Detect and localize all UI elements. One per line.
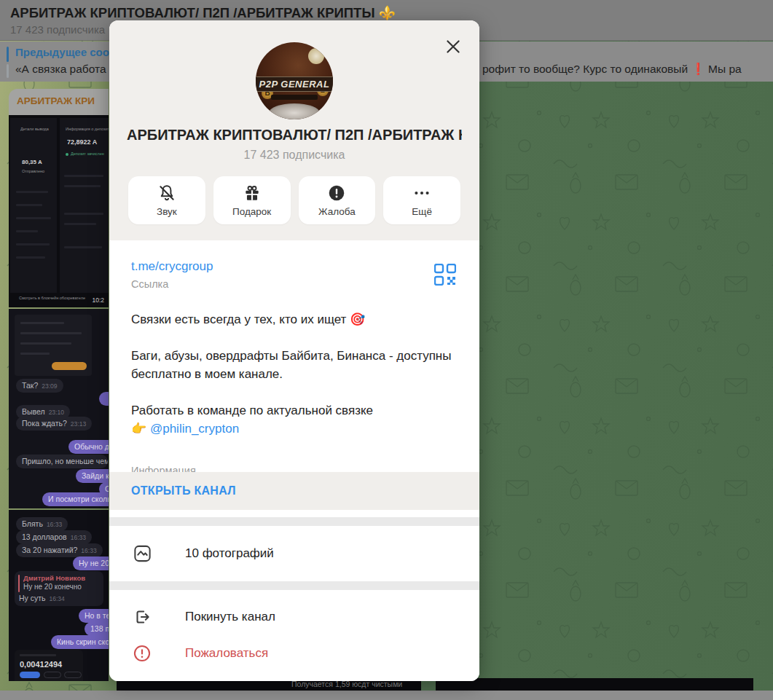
- channel-description: Связки есть всегда у тех, кто их ищет 🎯 …: [131, 310, 459, 438]
- description-text: Связки есть всегда у тех, кто их ищет: [131, 312, 350, 326]
- pinned-text: рофит то вообще? Курс то одинаковый: [482, 63, 691, 75]
- gift-button[interactable]: Подарок: [213, 176, 291, 224]
- link-label: Ссылка: [131, 278, 168, 290]
- mute-label: Звук: [157, 206, 177, 217]
- pinned-text-left: «А связка работа: [15, 63, 106, 76]
- chat-photo-attachment: [436, 678, 753, 691]
- profile-subscribers: 17 423 подписчика: [109, 149, 479, 162]
- bg-message-bubble: Так?23:09: [16, 379, 63, 393]
- quote-author: Дмитрий Новиков: [23, 574, 85, 582]
- chat-title-text: АРБИТРАЖ КРИПТОВАЛЮТ/ П2П /АРБИТРАЖ КРИП…: [10, 5, 375, 20]
- report-channel-button[interactable]: Пожаловаться: [109, 635, 479, 672]
- chat-message-column: АРБИТРАЖ КРИ Детали вывода 80,35 A Отпра…: [9, 87, 109, 681]
- channel-avatar[interactable]: B B P2P GENERAL: [256, 42, 333, 119]
- bg-message-bubble: Пришло, но меньше чем было23:16: [16, 455, 108, 468]
- chat-photo-attachment[interactable]: Детали вывода 80,35 A Отправлено Информа…: [9, 115, 109, 307]
- photo-text: Отправлено: [22, 169, 44, 173]
- sender-name: АРБИТРАЖ КРИ: [17, 95, 95, 106]
- qr-code-icon[interactable]: [434, 264, 456, 286]
- description-text: Баги, абузы, овердрафты Байбита, Бинанса…: [131, 347, 459, 383]
- profile-actions-row: Звук Подарок: [128, 176, 460, 224]
- blue-button: [20, 672, 40, 678]
- close-button[interactable]: [442, 35, 465, 58]
- leave-icon: [133, 607, 152, 626]
- photos-label: 10 фотографий: [185, 546, 274, 561]
- photo-text: Информация о депозите: [66, 127, 109, 131]
- dart-emoji: 🎯: [350, 312, 365, 326]
- photo-text: Детали вывода: [20, 127, 49, 131]
- close-icon: [444, 37, 463, 56]
- exchange-screenshot: 0,00412494: [15, 650, 83, 681]
- photo-text: Смотреть в блокчейн обозревателе: [19, 296, 85, 300]
- bg-message-bubble: Но в теори: [79, 609, 109, 623]
- pinned-text: Мы ра: [705, 63, 742, 75]
- gift-icon: [243, 184, 262, 202]
- profile-title: АРБИТРАЖ КРИПТОВАЛЮТ/ П2П /АРБИТРАЖ КР..…: [127, 127, 462, 143]
- coin-pile: [269, 103, 320, 119]
- avatar-caption: [271, 95, 318, 100]
- channel-link[interactable]: t.me/crycgroup: [131, 259, 213, 274]
- chat-subscribers-count: 17 423 подписчика: [10, 23, 105, 36]
- pointing-hand-emoji: 👉: [131, 422, 150, 436]
- report-exclamation-icon: [133, 644, 152, 663]
- chat-photo-attachment[interactable]: Так?23:09 Вывел23:10 Пока ждать?23:13 Об…: [9, 309, 109, 508]
- photo-text: 0,00412494: [20, 660, 62, 669]
- pinned-text-right: рофит то вообще? Курс то одинаковый ❗ Мы…: [482, 63, 742, 76]
- channel-profile-modal: B B P2P GENERAL АРБИТРАЖ КРИПТОВАЛЮТ/ П2…: [109, 20, 479, 681]
- chat-photo-attachment[interactable]: Блять16:33 13 долларов16:33 За 20 нажати…: [9, 510, 109, 681]
- pinned-indicator-segment: [7, 64, 9, 78]
- report-label: Жалоба: [318, 206, 356, 217]
- photo-timestamp: 10:2: [92, 296, 104, 304]
- leave-label: Покинуть канал: [185, 610, 275, 624]
- fleur-de-lis-emoji: ⚜️: [379, 5, 396, 20]
- section-divider: [109, 517, 479, 526]
- report-button[interactable]: Жалоба: [299, 176, 376, 224]
- bg-message-bubble: И посмотри сколько приш: [42, 492, 109, 506]
- photos-icon: [133, 544, 152, 564]
- description-text: Работать в команде по актуальной связке: [131, 401, 459, 420]
- bg-message-bubble: Зайди коше: [76, 469, 109, 483]
- bg-message-bubble: 138 профи: [85, 622, 109, 636]
- photo-text: 72,8922 A: [67, 138, 97, 146]
- profile-header-section: B B P2P GENERAL АРБИТРАЖ КРИПТОВАЛЮТ/ П2…: [109, 20, 479, 240]
- bg-message-bubble: Кинь скрин сколько приш: [51, 635, 109, 649]
- more-label: Ещё: [412, 206, 432, 217]
- avatar-plaque-text: P2P GENERAL: [256, 76, 333, 92]
- profile-info-section: t.me/crycgroup Ссылка Связки есть всегда…: [109, 240, 479, 510]
- bg-message-bubble: Блять16:33: [16, 517, 68, 531]
- message-bubble: АРБИТРАЖ КРИ: [9, 89, 109, 115]
- bg-message-bubble: За 20 нажатий?16:33: [16, 543, 103, 557]
- quote-text: Ну не 20 конечно: [23, 583, 82, 591]
- profile-actions-section: Покинуть канал Пожаловаться: [109, 590, 479, 681]
- bg-message-bubble: [99, 392, 109, 406]
- reply-quote-bubble: Дмитрий Новиков Ну не 20 конечно Ну суть…: [15, 571, 103, 606]
- shared-photos-row[interactable]: 10 фотографий: [109, 526, 479, 581]
- mute-button[interactable]: Звук: [128, 176, 205, 224]
- photo-text: 80,35 A: [22, 159, 42, 165]
- bg-message-bubble: 13 долларов16:33: [16, 530, 92, 544]
- report-channel-label: Пожаловаться: [185, 646, 268, 661]
- orange-button: [52, 362, 87, 370]
- message-input-bar[interactable]: [0, 691, 773, 700]
- mention-link[interactable]: @philin_crypton: [150, 422, 239, 436]
- report-icon: [327, 184, 346, 202]
- telegram-window: АРБИТРАЖ КРИПТОВАЛЮТ/ П2П /АРБИТРАЖ КРИП…: [0, 0, 773, 700]
- bell-slash-icon: [157, 184, 176, 202]
- more-button[interactable]: Ещё: [383, 176, 460, 224]
- exclamation-emoji: ❗: [691, 63, 705, 75]
- bg-message-bubble: Пока ждать?23:13: [16, 417, 92, 430]
- chat-title: АРБИТРАЖ КРИПТОВАЛЮТ/ П2П /АРБИТРАЖ КРИП…: [10, 5, 396, 21]
- bg-message-bubble: Обычно до 10 м: [68, 440, 109, 454]
- open-channel-button[interactable]: ОТКРЫТЬ КАНАЛ: [109, 472, 479, 510]
- pinned-indicator-segment: [7, 47, 9, 62]
- photo-text: Депозит зачислен: [71, 152, 104, 156]
- leave-channel-button[interactable]: Покинуть канал: [109, 599, 479, 635]
- gift-label: Подарок: [232, 206, 271, 217]
- bg-message-bubble: Ну не 20 кон: [73, 557, 109, 570]
- more-icon: [412, 184, 431, 202]
- section-divider: [109, 581, 479, 590]
- medal-decoration: [308, 48, 324, 64]
